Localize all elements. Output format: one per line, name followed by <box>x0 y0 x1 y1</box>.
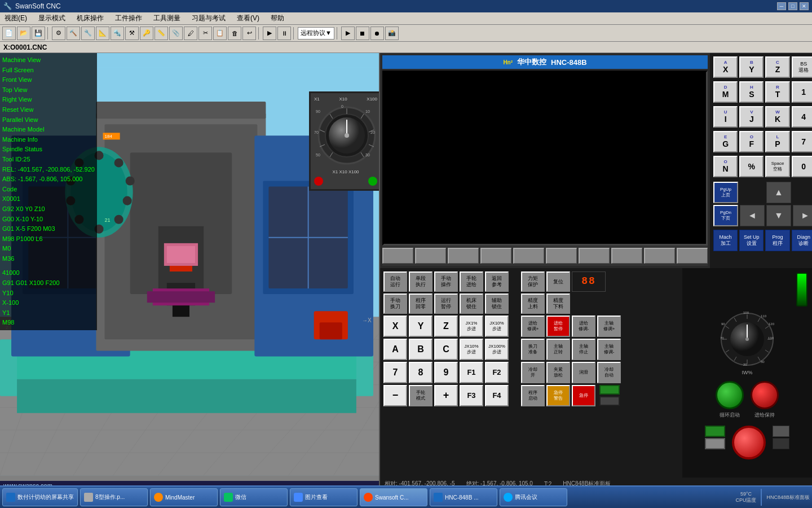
power-btn2[interactable] <box>773 438 789 449</box>
key-7[interactable]: 7 <box>792 131 812 152</box>
key-P[interactable]: LP <box>765 131 789 152</box>
tb-btn2[interactable]: 🔨 <box>67 27 80 40</box>
tb-new[interactable]: 📄 <box>2 27 16 40</box>
tb-btn13[interactable]: 🗑 <box>228 27 241 40</box>
key-4[interactable]: 4 <box>792 106 812 128</box>
key-axis-A[interactable]: A <box>383 339 407 360</box>
tb-screenshot[interactable]: 📸 <box>385 27 399 40</box>
key-mode5[interactable]: 返回参考 <box>485 271 509 292</box>
key-feed-hold[interactable]: 进给暂停 <box>546 316 570 337</box>
key-jx1[interactable]: JX1%步进 <box>460 316 483 337</box>
small-green-button[interactable] <box>705 426 725 437</box>
tb-btn1[interactable]: ⚙ <box>52 27 65 40</box>
key-spd-ctrl[interactable]: 主轴修调+ <box>597 316 621 337</box>
menu-right-view[interactable]: Right View <box>2 95 95 105</box>
tb-btn6[interactable]: ⚒ <box>125 27 139 40</box>
key-F2[interactable]: F2 <box>485 362 509 383</box>
tb-open[interactable]: 📂 <box>17 27 30 40</box>
key-F4[interactable]: F4 <box>485 385 509 406</box>
key-jx100[interactable]: JX100%步进 <box>485 339 509 360</box>
fkey-2[interactable] <box>415 248 446 264</box>
key-F[interactable]: OF <box>739 131 764 152</box>
tb-btn8[interactable]: 📏 <box>155 27 168 40</box>
tb-btn3[interactable]: 🔧 <box>81 27 95 40</box>
menu-display-mode[interactable]: 显示模式 <box>36 14 68 23</box>
fkey-3[interactable] <box>448 248 479 264</box>
tb-record[interactable]: ⏺ <box>370 27 384 40</box>
key-rr2[interactable]: 精度下料 <box>546 294 570 314</box>
maximize-button[interactable]: □ <box>788 2 797 10</box>
fkey-10[interactable] <box>677 248 708 264</box>
key-minus[interactable]: − <box>383 385 407 406</box>
cycle-start-button[interactable] <box>716 381 744 409</box>
close-button[interactable]: ✕ <box>800 2 809 10</box>
key-K[interactable]: WK <box>765 106 789 128</box>
fkey-1[interactable] <box>382 248 413 264</box>
key-Z[interactable]: CZ <box>765 56 789 78</box>
power-btn1[interactable] <box>773 426 789 437</box>
key-num7[interactable]: 7 <box>383 362 407 383</box>
tb-btn4[interactable]: 📐 <box>96 27 109 40</box>
taskbar-start[interactable]: 数付计切幼的屏幕共享 <box>2 488 78 506</box>
key-axis-Y[interactable]: Y <box>409 316 433 337</box>
key-clamp[interactable]: 夹紧放松 <box>546 362 570 383</box>
emergency-stop-big[interactable] <box>732 426 766 459</box>
taskbar-imgviewer[interactable]: 图片查看 <box>290 488 358 506</box>
key-axis-B[interactable]: B <box>409 339 433 360</box>
fkey-5[interactable] <box>513 248 544 264</box>
tb-remote-dropdown[interactable]: 远程协议▼ <box>298 27 334 40</box>
key-feed-plus[interactable]: 进给修调+ <box>521 316 545 337</box>
key-F1[interactable]: F1 <box>460 362 483 383</box>
menu-view[interactable]: 视图(E) <box>2 14 29 23</box>
taskbar-wechat[interactable]: 微信 <box>220 488 288 506</box>
menu-machine-info[interactable]: Machine Info <box>2 135 95 145</box>
menu-machine-view[interactable]: Machine View <box>2 55 95 65</box>
fkey-4[interactable] <box>480 248 511 264</box>
key-emg-warn[interactable]: 急停警告 <box>546 385 570 406</box>
tb-play[interactable]: ▶ <box>341 27 355 40</box>
key-diagn[interactable]: Diagn诊断 <box>792 230 812 251</box>
key-mode4[interactable]: 手轮进给 <box>460 271 483 292</box>
key-return-ref[interactable]: 运行暂停 <box>434 294 458 314</box>
key-handwheel2[interactable]: 手轮模式 <box>409 385 433 406</box>
menu-top-view[interactable]: Top View <box>2 85 95 95</box>
key-pgup[interactable]: PgUp上页 <box>713 182 738 203</box>
key-prog-start[interactable]: 程序启动 <box>521 385 545 406</box>
tb-stop[interactable]: ⏹ <box>356 27 369 40</box>
menu-reset-view[interactable]: Reset View <box>2 105 95 115</box>
key-plus[interactable]: + <box>434 385 458 406</box>
key-percent[interactable]: % <box>739 156 764 177</box>
fkey-7[interactable] <box>579 248 610 264</box>
key-cool-auto[interactable]: 冷却自动 <box>597 362 621 383</box>
taskbar-hnc[interactable]: HNC-848B ... <box>430 488 497 506</box>
menu-front-view[interactable]: Front View <box>2 75 95 85</box>
fkey-6[interactable] <box>546 248 577 264</box>
taskbar-8type[interactable]: 8型操作.p... <box>80 488 148 506</box>
key-1[interactable]: 1 <box>792 81 812 103</box>
key-mode3[interactable]: 手动操作 <box>434 271 458 292</box>
menu-query[interactable]: 查看(V) <box>235 14 262 23</box>
key-J[interactable]: VJ <box>739 106 764 128</box>
key-jx10b[interactable]: JX10%步进 <box>460 339 483 360</box>
key-setup[interactable]: Set Up设置 <box>739 230 764 251</box>
key-I[interactable]: UI <box>713 106 738 128</box>
key-axis-X[interactable]: X <box>383 316 407 337</box>
key-cool-on[interactable]: 冷却开 <box>521 362 545 383</box>
menu-full-screen[interactable]: Full Screen <box>2 65 95 76</box>
menu-tool-measure[interactable]: 工具测量 <box>151 14 183 23</box>
menu-machine-ops[interactable]: 机床操作 <box>74 14 106 23</box>
fkey-8[interactable] <box>611 248 642 264</box>
key-mode2[interactable]: 单段执行 <box>409 271 433 292</box>
key-num8[interactable]: 8 <box>409 362 433 383</box>
key-F3[interactable]: F3 <box>460 385 483 406</box>
fkey-9[interactable] <box>644 248 675 264</box>
key-c4[interactable]: 辅助锁住 <box>485 294 509 314</box>
key-pgdn[interactable]: PgDn下页 <box>713 205 738 226</box>
tb-btn16[interactable]: ⏸ <box>277 27 291 40</box>
menu-spindle-status[interactable]: Spindle Status <box>2 144 95 155</box>
tb-btn5[interactable]: 🔩 <box>111 27 124 40</box>
key-down[interactable]: ▼ <box>766 205 791 226</box>
taskbar-swansoft[interactable]: Swansoft C... <box>360 488 427 506</box>
menu-workpiece-ops[interactable]: 工件操作 <box>113 14 144 23</box>
feed-hold-button[interactable] <box>751 381 779 409</box>
